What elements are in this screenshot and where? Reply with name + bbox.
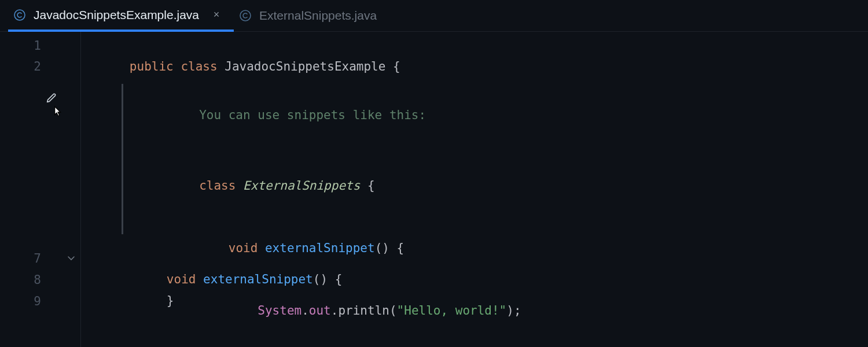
gutter: 1 2 7 8 9 bbox=[0, 32, 81, 347]
line-number: 2 bbox=[24, 56, 41, 77]
tab-javadoc-snippets-example[interactable]: JavadocSnippetsExample.java × bbox=[8, 0, 234, 32]
javadoc-text: You can use snippets like this: bbox=[141, 84, 521, 146]
svg-point-1 bbox=[240, 10, 251, 21]
rendered-javadoc[interactable]: You can use snippets like this: class Ex… bbox=[122, 84, 521, 234]
line-number: 1 bbox=[24, 35, 41, 56]
line-number: 8 bbox=[24, 270, 41, 290]
keyword: class bbox=[181, 60, 217, 73]
keyword: public bbox=[130, 60, 174, 73]
class-file-icon bbox=[14, 9, 25, 21]
javadoc-code-line: class ExternalSnippets { bbox=[141, 154, 521, 217]
method-name: externalSnippet bbox=[203, 272, 313, 286]
pencil-icon[interactable] bbox=[45, 90, 58, 110]
code-line[interactable]: } bbox=[123, 270, 174, 332]
svg-point-0 bbox=[14, 10, 25, 20]
line-number: 7 bbox=[24, 248, 41, 269]
class-file-icon bbox=[240, 10, 251, 21]
editor[interactable]: 1 2 7 8 9 public class JavadocSnippetsEx… bbox=[0, 32, 868, 347]
tab-bar: JavadocSnippetsExample.java × ExternalSn… bbox=[0, 0, 868, 32]
class-name: JavadocSnippetsExample bbox=[225, 60, 385, 73]
code-area[interactable]: public class JavadocSnippetsExample { Yo… bbox=[81, 32, 868, 347]
brace: { bbox=[393, 60, 400, 73]
tab-external-snippets[interactable]: ExternalSnippets.java bbox=[234, 0, 388, 31]
javadoc-code-line: } bbox=[141, 342, 521, 347]
tab-label: JavadocSnippetsExample.java bbox=[34, 8, 199, 22]
line-number: 9 bbox=[24, 291, 41, 312]
tab-label: ExternalSnippets.java bbox=[259, 9, 377, 23]
close-icon[interactable]: × bbox=[211, 9, 222, 21]
chevron-down-icon[interactable] bbox=[64, 248, 78, 269]
